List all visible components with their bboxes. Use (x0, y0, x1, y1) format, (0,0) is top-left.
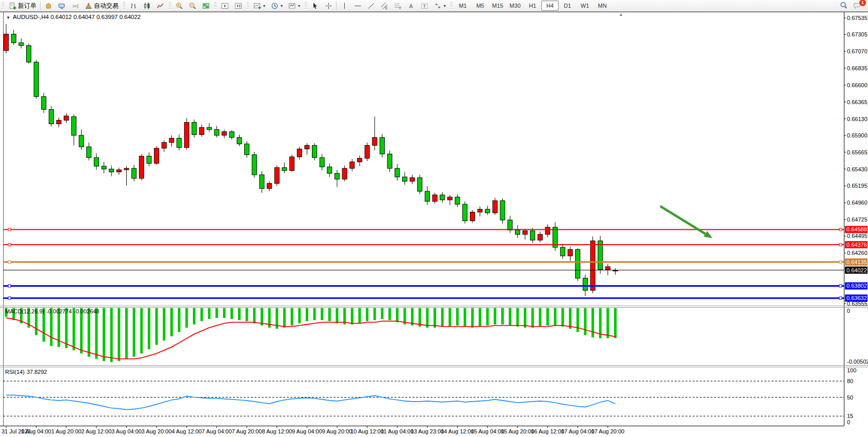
timeframe-M15[interactable]: M15 (489, 1, 506, 11)
svg-text:50: 50 (847, 394, 853, 401)
chart-title[interactable]: ▼AUDUSD-,H4 0.64012 0.64047 0.63997 0.64… (6, 14, 143, 20)
svg-text:3 Aug 04:00: 3 Aug 04:00 (111, 428, 142, 434)
svg-text:0.64260: 0.64260 (847, 250, 867, 256)
zoom-out-button[interactable] (186, 1, 199, 11)
hline-0.64022[interactable]: 0.64022 (3, 267, 867, 274)
autotrading-button[interactable]: 自动交易 (82, 1, 121, 11)
time-axis[interactable]: 31 Jul 20231 Aug 04:001 Aug 20:002 Aug 1… (2, 426, 624, 435)
templates-button[interactable]: ▾ (285, 1, 303, 11)
macd-main-value: -0.002774 (46, 308, 72, 314)
timeframe-M30[interactable]: M30 (506, 1, 524, 11)
chart-shift-marker[interactable]: ▲ (619, 12, 623, 17)
timeframe-M1[interactable]: M1 (454, 1, 471, 11)
signals-button[interactable] (68, 1, 82, 11)
chart-shift-button[interactable] (231, 1, 245, 11)
hline-0.63632[interactable]: 0.63632 (3, 294, 867, 302)
hline-0.63802[interactable]: 0.63802 (3, 282, 867, 289)
svg-text:F: F (399, 6, 401, 9)
hline-0.64588[interactable]: 0.64588 (3, 226, 867, 233)
hline-0.64135[interactable]: 0.64135 (3, 259, 867, 266)
svg-text:0.66600: 0.66600 (847, 82, 867, 88)
line-chart-button[interactable] (153, 1, 167, 11)
svg-text:0.64588: 0.64588 (846, 226, 867, 232)
svg-text:0.65900: 0.65900 (847, 132, 867, 138)
zoom-in-button[interactable] (172, 1, 186, 11)
mt4-terminal: { "toolbar": { "new_order_label": "新订单",… (0, 0, 868, 437)
templates-icon (288, 2, 296, 10)
new-order-button[interactable]: 新订单 (6, 1, 39, 11)
crosshair-icon (324, 2, 332, 10)
svg-text:2 Aug 12:00: 2 Aug 12:00 (82, 428, 112, 434)
auto-scroll-button[interactable] (218, 1, 231, 11)
label-button[interactable]: T (418, 1, 431, 11)
timeframe-M5[interactable]: M5 (471, 1, 489, 11)
svg-text:0.66130: 0.66130 (847, 116, 867, 122)
symbol-dropdown-icon[interactable]: ▼ (6, 15, 10, 20)
svg-text:0: 0 (847, 419, 850, 425)
svg-text:100: 100 (847, 367, 856, 373)
text-button[interactable]: A (404, 1, 418, 11)
toolbar-grip[interactable] (169, 2, 171, 10)
timeframe-D1[interactable]: D1 (559, 1, 576, 11)
svg-text:8 Aug 12:00: 8 Aug 12:00 (262, 428, 292, 434)
periods-button[interactable]: ▾ (268, 1, 285, 11)
channel-button[interactable]: E (378, 1, 391, 11)
toolbar-grip[interactable] (247, 2, 249, 10)
down-arrow-annotation[interactable] (660, 206, 713, 238)
trendline-icon (367, 2, 375, 10)
arrows-button[interactable]: ▾ (431, 1, 448, 11)
svg-text:0.66835: 0.66835 (847, 65, 867, 71)
crosshair-button[interactable] (322, 1, 335, 11)
svg-text:17 Aug 20:00: 17 Aug 20:00 (591, 428, 624, 434)
auto-scroll-icon (221, 2, 229, 10)
bar-chart-button[interactable] (127, 1, 140, 11)
label-icon: T (420, 2, 428, 10)
horizontal-line-button[interactable] (351, 1, 364, 11)
candlestick-button[interactable] (140, 1, 153, 11)
bar-chart-icon (129, 2, 137, 10)
hline-0.64376[interactable]: 0.64376 (3, 241, 867, 248)
svg-text:17 Aug 04:00: 17 Aug 04:00 (561, 428, 595, 434)
svg-text:0.64376: 0.64376 (846, 242, 867, 248)
svg-text:13 Aug 23:00: 13 Aug 23:00 (411, 428, 444, 434)
vertical-line-button[interactable] (338, 1, 351, 11)
timeframe-H1[interactable]: H1 (524, 1, 541, 11)
svg-text:15 Aug 04:00: 15 Aug 04:00 (471, 428, 504, 434)
notifications-button[interactable]: 1 (851, 1, 864, 11)
timeframe-W1[interactable]: W1 (576, 1, 594, 11)
toolbar-grip[interactable] (123, 2, 125, 10)
virtual-hosting-button[interactable] (55, 1, 68, 11)
toolbar-grip[interactable] (305, 2, 307, 10)
market-button[interactable] (42, 1, 55, 11)
svg-text:0.67535: 0.67535 (847, 15, 867, 21)
fibonacci-button[interactable]: F (391, 1, 404, 11)
horizontal-line-icon (353, 2, 362, 10)
svg-text:0.63632: 0.63632 (846, 295, 867, 301)
periods-icon (270, 2, 279, 10)
chart-canvas[interactable]: 0.675350.673050.670700.668350.666000.663… (0, 0, 868, 437)
macd-name: MACD(12,26,9) (5, 308, 44, 314)
toolbar-grip[interactable] (214, 2, 216, 10)
search-button[interactable] (837, 1, 851, 11)
dropdown-caret-icon: ▾ (444, 4, 446, 8)
svg-text:0.67070: 0.67070 (847, 48, 867, 54)
toolbar-grip[interactable] (2, 2, 4, 10)
svg-text:0.65430: 0.65430 (847, 166, 867, 172)
tile-windows-button[interactable] (199, 1, 212, 11)
cursor-button[interactable] (308, 1, 322, 11)
timeframe-MN[interactable]: MN (594, 1, 611, 11)
svg-text:-0.005025: -0.005025 (847, 359, 868, 365)
new-order-icon (8, 2, 16, 10)
macd-panel: 0-0.005025 (5, 308, 868, 365)
timeframe-H4[interactable]: H4 (541, 1, 559, 11)
dropdown-caret-icon: ▾ (298, 4, 300, 8)
svg-text:0.66365: 0.66365 (847, 99, 867, 105)
rsi-value: 37.8292 (27, 369, 47, 375)
toolbar-grip[interactable] (450, 2, 452, 10)
arrows-icon (433, 2, 442, 10)
trendline-button[interactable] (364, 1, 378, 11)
svg-text:15: 15 (847, 413, 853, 419)
svg-text:15 Aug 20:00: 15 Aug 20:00 (501, 428, 534, 434)
indicators-button[interactable]: ▾ (250, 1, 268, 11)
notification-badge: 1 (859, 0, 866, 7)
